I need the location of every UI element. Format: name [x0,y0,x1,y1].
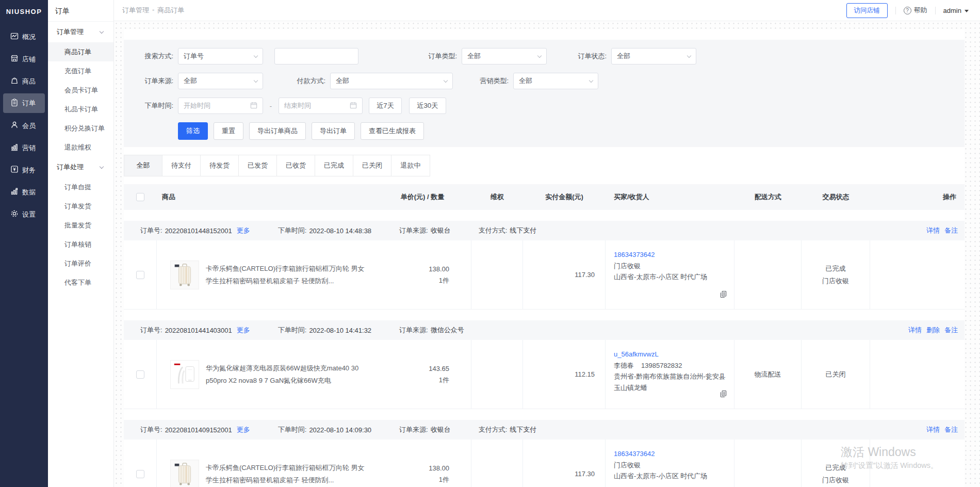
order-more-link[interactable]: 更多 [237,226,250,235]
module-title: 订单 [48,0,113,22]
sidebar-item-membercard-orders[interactable]: 会员卡订单 [48,80,113,100]
trade-status-cell: 已完成 门店收银 [802,240,870,309]
tab-pending-payment[interactable]: 待支付 [162,155,201,176]
order-note-link[interactable]: 备注 [944,226,958,235]
sidebar-item-refund-rights[interactable]: 退款维权 [48,138,113,157]
order-note-link[interactable]: 备注 [944,326,958,335]
delivery-cell: 物流配送 [734,340,802,409]
reset-button[interactable]: 重置 [214,122,243,140]
chevron-down-icon [537,54,542,58]
sidebar-item-order-verify[interactable]: 订单核销 [48,235,113,254]
copy-address-icon[interactable] [720,390,727,401]
order-delete-link[interactable]: 删除 [926,326,940,335]
export-order-goods-button[interactable]: 导出订单商品 [249,122,306,140]
topbar-right: 访问店铺 ? 帮助 admin [846,3,969,18]
view-generated-reports-button[interactable]: 查看已生成报表 [361,122,424,140]
sidebar-item-batch-ship[interactable]: 批量发货 [48,216,113,235]
sidebar-item-order-pickup[interactable]: 订单自提 [48,177,113,197]
tab-all[interactable]: 全部 [124,155,162,176]
goods-icon [10,76,19,86]
last7days-button[interactable]: 近7天 [369,98,402,114]
sidebar-item-settings[interactable]: 设置 [0,203,48,225]
row-checkbox[interactable] [136,370,144,379]
settings-icon [10,209,19,219]
order-card: 订单号:202208101448152001更多 下单时间:2022-08-10… [124,221,965,310]
page-content: 搜索方式: 订单号 订单类型: 全部 订单状态: 全 [114,21,980,487]
buyer-name: 门店收银 [614,460,727,471]
order-detail-link[interactable]: 详情 [926,425,940,434]
visit-shop-button[interactable]: 访问店铺 [846,3,888,18]
buyer-address: 山西省-太原市-小店区 时代广场 [614,470,727,482]
order-type-select[interactable]: 全部 [462,48,547,64]
overview-icon [10,32,19,42]
buyer-account-link[interactable]: 18634373642 [614,448,727,460]
col-price-qty: 单价(元) / 数量 [373,192,471,202]
last30days-button[interactable]: 近30天 [409,98,446,114]
sidebar-item-finance[interactable]: 财务 [0,159,48,181]
export-orders-button[interactable]: 导出订单 [312,122,355,140]
tab-closed[interactable]: 已关闭 [353,155,391,176]
sidebar-item-goods-orders[interactable]: 商品订单 [48,42,113,61]
row-checkbox[interactable] [136,271,144,279]
sidebar-item-order[interactable]: 订单 [3,93,45,113]
chevron-down-icon [444,78,448,83]
order-more-link[interactable]: 更多 [237,425,250,434]
sidebar-item-giftcard-orders[interactable]: 礼品卡订单 [48,100,113,119]
user-menu[interactable]: admin [943,7,969,14]
menu-group-order-manage[interactable]: 订单管理 [48,22,113,42]
end-date-input[interactable]: 结束时间 [279,98,363,114]
sidebar-item-shop[interactable]: 店铺 [0,48,48,70]
start-date-input[interactable]: 开始时间 [178,98,263,114]
pay-type-select[interactable]: 全部 [330,73,453,89]
order-status-select[interactable]: 全部 [611,48,696,64]
buyer-address: 山西省-太原市-小店区 时代广场 [614,271,727,283]
chevron-down-icon [100,164,104,168]
tab-completed[interactable]: 已完成 [315,155,353,176]
order-detail-link[interactable]: 详情 [926,226,940,235]
sidebar-item-order-onbehalf[interactable]: 代客下单 [48,273,113,292]
order-icon [10,99,19,108]
sidebar-item-order-ship[interactable]: 订单发货 [48,197,113,216]
caret-down-icon [965,10,969,12]
quantity: 1件 [439,474,449,485]
sidebar-item-overview[interactable]: 概况 [0,26,48,48]
sidebar-item-data[interactable]: 数据 [0,181,48,203]
filter-button[interactable]: 筛选 [178,122,208,140]
tab-pending-ship[interactable]: 待发货 [201,155,239,176]
order-header: 订单号:202208101441403001更多 下单时间:2022-08-10… [124,320,965,340]
keyword-input[interactable] [274,48,358,64]
product-title: 卡帝乐鳄鱼(CARTELO)行李箱旅行箱铝框万向轮 男女学生拉杆箱密码箱登机箱皮… [206,263,367,287]
help-icon: ? [904,7,911,14]
calendar-icon [250,102,257,110]
order-source-select[interactable]: 全部 [178,73,263,89]
row-checkbox[interactable] [136,470,144,478]
order-detail-link[interactable]: 详情 [908,326,922,335]
main-area: 订单管理 - 商品订单 访问店铺 ? 帮助 admin [114,0,980,487]
sidebar-item-marketing[interactable]: 营销 [0,137,48,159]
unit-price: 138.00 [429,264,449,275]
tab-received[interactable]: 已收货 [277,155,315,176]
order-note-link[interactable]: 备注 [944,425,958,434]
brand-logo: NIUSHOP [0,0,48,23]
search-method-select[interactable]: 订单号 [178,48,263,64]
order-more-link[interactable]: 更多 [237,326,250,335]
select-all-checkbox[interactable] [136,193,144,201]
order-header: 订单号:202208101448152001更多 下单时间:2022-08-10… [124,221,965,240]
tab-shipped[interactable]: 已发货 [239,155,277,176]
sidebar-item-order-review[interactable]: 订单评价 [48,254,113,273]
sidebar-item-points-orders[interactable]: 积分兑换订单 [48,119,113,138]
chevron-down-icon [254,54,258,58]
sidebar-item-goods[interactable]: 商品 [0,70,48,92]
buyer-account-link[interactable]: u_56afkmvwzL [614,349,727,360]
sidebar-item-member[interactable]: 会员 [0,115,48,137]
tab-refunding[interactable]: 退款中 [391,155,430,176]
buyer-account-link[interactable]: 18634373642 [614,249,727,261]
help-button[interactable]: ? 帮助 [904,6,927,15]
sidebar-item-recharge-orders[interactable]: 充值订单 [48,61,113,80]
marketing-type-select[interactable]: 全部 [513,73,598,89]
menu-group-order-process[interactable]: 订单处理 [48,157,113,177]
order-header: 订单号:202208101409152001更多 下单时间:2022-08-10… [124,420,965,440]
copy-address-icon[interactable] [720,290,727,302]
trade-status-cell: 已关闭 [802,340,870,409]
filter-row-2: 订单来源: 全部 付款方式: 全部 营销类型: 全部 [124,73,965,89]
